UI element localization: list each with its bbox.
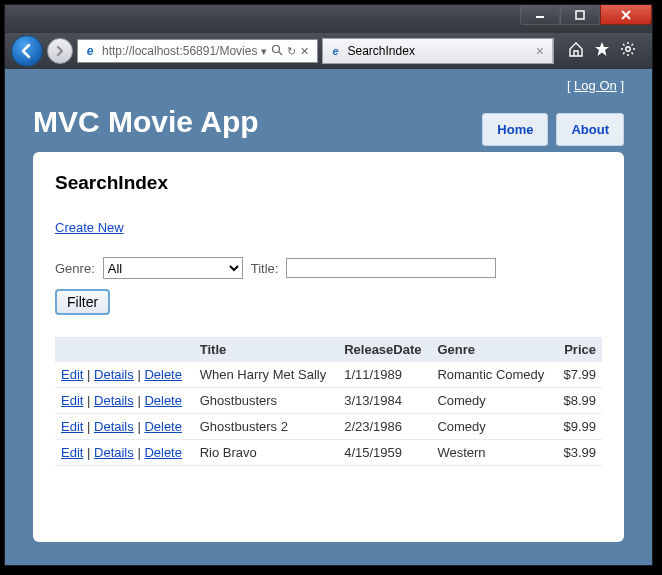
titlebar-spacer — [11, 5, 520, 33]
favorites-icon[interactable] — [594, 41, 610, 61]
page-content: [ Log On ] MVC Movie App Home About Sear… — [5, 69, 652, 565]
col-actions — [55, 337, 194, 362]
stop-icon[interactable]: ✕ — [300, 45, 309, 58]
cell-release: 3/13/1984 — [338, 388, 431, 414]
table-row: Edit | Details | DeleteWhen Harry Met Sa… — [55, 362, 602, 388]
nav-home[interactable]: Home — [482, 113, 548, 146]
cell-genre: Comedy — [431, 388, 555, 414]
create-new-link[interactable]: Create New — [55, 220, 124, 235]
cell-title: Rio Bravo — [194, 440, 338, 466]
main-panel: SearchIndex Create New Genre: All Title:… — [33, 152, 624, 542]
cell-release: 4/15/1959 — [338, 440, 431, 466]
delete-link[interactable]: Delete — [144, 445, 182, 460]
tab-close-icon[interactable]: × — [536, 43, 544, 59]
details-link[interactable]: Details — [94, 419, 134, 434]
forward-button[interactable] — [47, 38, 73, 64]
row-actions: Edit | Details | Delete — [55, 362, 194, 388]
forward-arrow-icon — [54, 45, 66, 57]
filter-row: Genre: All Title: — [55, 257, 602, 279]
ie-icon: e — [82, 43, 98, 59]
details-link[interactable]: Details — [94, 445, 134, 460]
delete-link[interactable]: Delete — [144, 419, 182, 434]
cell-release: 2/23/1986 — [338, 414, 431, 440]
nav-about[interactable]: About — [556, 113, 624, 146]
genre-label: Genre: — [55, 261, 95, 276]
title-input[interactable] — [286, 258, 496, 278]
address-bar-icons: ▾ ↻ ✕ — [257, 44, 313, 58]
search-icon[interactable] — [271, 44, 283, 58]
cell-genre: Comedy — [431, 414, 555, 440]
delete-link[interactable]: Delete — [144, 393, 182, 408]
cell-price: $8.99 — [555, 388, 602, 414]
tab-title: SearchIndex — [348, 44, 531, 58]
login-strip: [ Log On ] — [5, 69, 652, 101]
back-arrow-icon — [18, 42, 36, 60]
logon-link[interactable]: Log On — [574, 78, 617, 93]
cell-genre: Romantic Comedy — [431, 362, 555, 388]
genre-select[interactable]: All — [103, 257, 243, 279]
row-actions: Edit | Details | Delete — [55, 388, 194, 414]
cell-title: Ghostbusters — [194, 388, 338, 414]
url-input[interactable] — [102, 44, 257, 58]
row-actions: Edit | Details | Delete — [55, 414, 194, 440]
delete-link[interactable]: Delete — [144, 367, 182, 382]
dropdown-icon[interactable]: ▾ — [261, 45, 267, 58]
table-row: Edit | Details | DeleteGhostbusters 22/2… — [55, 414, 602, 440]
minimize-icon — [534, 9, 546, 21]
gear-icon[interactable] — [620, 41, 636, 61]
browser-window: e ▾ ↻ ✕ e SearchIndex × [ Log On ] — [4, 4, 653, 566]
table-row: Edit | Details | DeleteGhostbusters3/13/… — [55, 388, 602, 414]
title-label: Title: — [251, 261, 279, 276]
close-icon — [620, 9, 632, 21]
row-actions: Edit | Details | Delete — [55, 440, 194, 466]
details-link[interactable]: Details — [94, 367, 134, 382]
col-release: ReleaseDate — [338, 337, 431, 362]
table-row: Edit | Details | DeleteRio Bravo4/15/195… — [55, 440, 602, 466]
col-genre: Genre — [431, 337, 555, 362]
svg-rect-1 — [576, 11, 584, 19]
svg-line-3 — [279, 52, 282, 55]
address-bar[interactable]: e ▾ ↻ ✕ — [77, 39, 318, 63]
cell-price: $9.99 — [555, 414, 602, 440]
svg-point-2 — [272, 46, 279, 53]
cell-genre: Western — [431, 440, 555, 466]
browser-tab[interactable]: e SearchIndex × — [323, 39, 554, 63]
refresh-icon[interactable]: ↻ — [287, 45, 296, 58]
filter-button[interactable]: Filter — [55, 289, 110, 315]
cell-title: When Harry Met Sally — [194, 362, 338, 388]
edit-link[interactable]: Edit — [61, 445, 83, 460]
movies-table: Title ReleaseDate Genre Price Edit | Det… — [55, 337, 602, 466]
window-minimize-button[interactable] — [520, 5, 560, 25]
cell-price: $7.99 — [555, 362, 602, 388]
details-link[interactable]: Details — [94, 393, 134, 408]
maximize-icon — [574, 9, 586, 21]
col-title: Title — [194, 337, 338, 362]
svg-point-4 — [626, 47, 630, 51]
window-close-button[interactable] — [600, 5, 652, 25]
col-price: Price — [555, 337, 602, 362]
browser-tool-icons — [558, 41, 646, 61]
page-heading: SearchIndex — [55, 172, 602, 194]
cell-release: 1/11/1989 — [338, 362, 431, 388]
favicon-ie-icon: e — [329, 44, 343, 58]
edit-link[interactable]: Edit — [61, 419, 83, 434]
cell-title: Ghostbusters 2 — [194, 414, 338, 440]
cell-price: $3.99 — [555, 440, 602, 466]
edit-link[interactable]: Edit — [61, 393, 83, 408]
window-titlebar — [5, 5, 652, 33]
tab-strip: e SearchIndex × — [322, 38, 555, 64]
edit-link[interactable]: Edit — [61, 367, 83, 382]
browser-navbar: e ▾ ↻ ✕ e SearchIndex × — [5, 33, 652, 69]
back-button[interactable] — [11, 35, 43, 67]
window-maximize-button[interactable] — [560, 5, 600, 25]
home-icon[interactable] — [568, 41, 584, 61]
